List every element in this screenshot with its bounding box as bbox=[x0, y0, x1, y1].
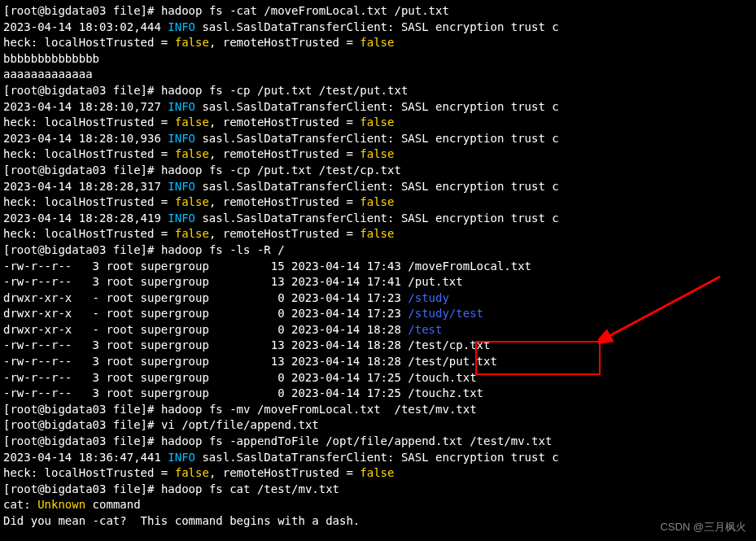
log-msg: sasl.SaslDataTransferClient: SASL encryp… bbox=[195, 20, 559, 33]
shell-prompt: [root@bigdata03 file]# bbox=[3, 84, 161, 97]
terminal-line: heck: localHostTrusted = false, remoteHo… bbox=[3, 194, 753, 211]
log-msg: sasl.SaslDataTransferClient: SASL encryp… bbox=[195, 100, 559, 113]
file-perms: -rw-r--r-- 3 root supergroup 0 2023-04-1… bbox=[3, 371, 408, 384]
output-line: aaaaaaaaaaaaa bbox=[3, 67, 753, 83]
false-value: false bbox=[175, 36, 209, 49]
log-msg: , remoteHostTrusted = bbox=[209, 116, 360, 129]
file-perms: -rw-r--r-- 3 root supergroup 13 2023-04-… bbox=[3, 355, 408, 368]
timestamp: 2023-04-14 18:28:10,727 bbox=[3, 100, 168, 113]
timestamp: 2023-04-14 18:28:28,419 bbox=[3, 212, 168, 225]
command-text: hadoop fs -cat /moveFromLocal.txt /put.t… bbox=[161, 4, 449, 17]
terminal-line: [root@bigdata03 file]# hadoop fs -cp /pu… bbox=[3, 163, 753, 179]
info-tag: INFO bbox=[168, 212, 195, 225]
log-msg: heck: localHostTrusted = bbox=[3, 227, 175, 240]
terminal-line: 2023-04-14 18:28:10,727 INFO sasl.SaslDa… bbox=[3, 99, 753, 116]
shell-prompt: [root@bigdata03 file]# bbox=[3, 434, 161, 447]
shell-prompt: [root@bigdata03 file]# bbox=[3, 243, 161, 256]
timestamp: 2023-04-14 18:28:10,936 bbox=[3, 132, 168, 145]
terminal-line: 2023-04-14 18:28:28,419 INFO sasl.SaslDa… bbox=[3, 211, 753, 227]
file-perms: drwxr-xr-x - root supergroup 0 2023-04-1… bbox=[3, 307, 408, 320]
ls-row: drwxr-xr-x - root supergroup 0 2023-04-1… bbox=[3, 306, 753, 322]
command-text: vi /opt/file/append.txt bbox=[161, 418, 319, 431]
shell-prompt: [root@bigdata03 file]# bbox=[3, 482, 161, 495]
ls-row: -rw-r--r-- 3 root supergroup 13 2023-04-… bbox=[3, 274, 753, 290]
file-path: /touch.txt bbox=[408, 371, 476, 384]
error-line: cat: Unknown command bbox=[3, 497, 753, 513]
output-text: bbbbbbbbbbbbbb bbox=[3, 52, 99, 65]
watermark: CSDN @三月枫火 bbox=[660, 520, 746, 534]
log-msg: , remoteHostTrusted = bbox=[209, 36, 360, 49]
output-text: aaaaaaaaaaaaa bbox=[3, 68, 93, 81]
ls-row: -rw-r--r-- 3 root supergroup 15 2023-04-… bbox=[3, 259, 753, 275]
false-value: false bbox=[360, 116, 394, 129]
file-path: /test/cp.txt bbox=[408, 338, 490, 351]
shell-prompt: [root@bigdata03 file]# bbox=[3, 418, 161, 431]
log-msg: sasl.SaslDataTransferClient: SASL encryp… bbox=[195, 180, 559, 193]
file-path: /put.txt bbox=[408, 275, 462, 288]
file-path: /test/put.txt bbox=[408, 355, 497, 368]
terminal-line: heck: localHostTrusted = false, remoteHo… bbox=[3, 115, 753, 131]
info-tag: INFO bbox=[168, 20, 195, 33]
shell-prompt: [root@bigdata03 file]# bbox=[3, 164, 161, 177]
terminal-line: heck: localHostTrusted = false, remoteHo… bbox=[3, 226, 753, 242]
false-value: false bbox=[360, 466, 394, 479]
command-text: hadoop fs -cp /put.txt /test/cp.txt bbox=[161, 164, 401, 177]
terminal-line: [root@bigdata03 file]# hadoop fs -append… bbox=[3, 434, 753, 450]
log-msg: sasl.SaslDataTransferClient: SASL encryp… bbox=[195, 451, 559, 464]
log-msg: , remoteHostTrusted = bbox=[209, 195, 360, 208]
terminal-line: 2023-04-14 18:36:47,441 INFO sasl.SaslDa… bbox=[3, 450, 753, 466]
terminal-line: 2023-04-14 18:28:10,936 INFO sasl.SaslDa… bbox=[3, 131, 753, 147]
terminal-line: [root@bigdata03 file]# vi /opt/file/appe… bbox=[3, 417, 753, 434]
timestamp: 2023-04-14 18:28:28,317 bbox=[3, 180, 168, 193]
error-word: Unknown bbox=[37, 498, 85, 511]
terminal-line: heck: localHostTrusted = false, remoteHo… bbox=[3, 35, 753, 51]
ls-row: drwxr-xr-x - root supergroup 0 2023-04-1… bbox=[3, 290, 753, 307]
false-value: false bbox=[175, 227, 209, 240]
file-perms: -rw-r--r-- 3 root supergroup 13 2023-04-… bbox=[3, 338, 408, 351]
command-text: hadoop fs -mv /moveFromLocal.txt /test/m… bbox=[161, 403, 477, 416]
terminal-line: 2023-04-14 18:03:02,444 INFO sasl.SaslDa… bbox=[3, 20, 753, 36]
file-path: /moveFromLocal.txt bbox=[408, 260, 531, 273]
ls-row: drwxr-xr-x - root supergroup 0 2023-04-1… bbox=[3, 322, 753, 338]
false-value: false bbox=[360, 147, 394, 160]
file-perms: -rw-r--r-- 3 root supergroup 0 2023-04-1… bbox=[3, 386, 408, 399]
hint-line: Did you mean -cat? This command begins w… bbox=[3, 513, 753, 530]
command-text: hadoop fs -appendToFile /opt/file/append… bbox=[161, 434, 552, 447]
command-text: hadoop fs -ls -R / bbox=[161, 243, 285, 256]
info-tag: INFO bbox=[168, 180, 195, 193]
error-prefix: cat: bbox=[3, 498, 37, 511]
log-msg: sasl.SaslDataTransferClient: SASL encryp… bbox=[195, 132, 559, 145]
false-value: false bbox=[360, 195, 394, 208]
terminal-line: [root@bigdata03 file]# hadoop fs -mv /mo… bbox=[3, 402, 753, 418]
terminal-line: heck: localHostTrusted = false, remoteHo… bbox=[3, 146, 753, 163]
false-value: false bbox=[175, 147, 209, 160]
command-text: hadoop fs -cp /put.txt /test/put.txt bbox=[161, 84, 408, 97]
command-text: hadoop fs cat /test/mv.txt bbox=[161, 482, 339, 495]
ls-row: -rw-r--r-- 3 root supergroup 13 2023-04-… bbox=[3, 354, 753, 370]
timestamp: 2023-04-14 18:36:47,441 bbox=[3, 451, 168, 464]
log-msg: heck: localHostTrusted = bbox=[3, 36, 175, 49]
log-msg: , remoteHostTrusted = bbox=[209, 466, 360, 479]
file-perms: -rw-r--r-- 3 root supergroup 13 2023-04-… bbox=[3, 275, 408, 288]
false-value: false bbox=[360, 227, 394, 240]
log-msg: heck: localHostTrusted = bbox=[3, 466, 175, 479]
log-msg: heck: localHostTrusted = bbox=[3, 116, 175, 129]
log-msg: heck: localHostTrusted = bbox=[3, 195, 175, 208]
terminal-line: [root@bigdata03 file]# hadoop fs cat /te… bbox=[3, 482, 753, 498]
terminal-line: [root@bigdata03 file]# hadoop fs -cp /pu… bbox=[3, 83, 753, 99]
dir-path: /study/test bbox=[408, 307, 483, 320]
info-tag: INFO bbox=[168, 100, 195, 113]
false-value: false bbox=[175, 195, 209, 208]
timestamp: 2023-04-14 18:03:02,444 bbox=[3, 20, 168, 33]
terminal-line: heck: localHostTrusted = false, remoteHo… bbox=[3, 465, 753, 482]
terminal-line: 2023-04-14 18:28:28,317 INFO sasl.SaslDa… bbox=[3, 179, 753, 195]
file-perms: -rw-r--r-- 3 root supergroup 15 2023-04-… bbox=[3, 260, 408, 273]
terminal-line: [root@bigdata03 file]# hadoop fs -ls -R … bbox=[3, 242, 753, 259]
error-suffix: command bbox=[85, 498, 140, 511]
ls-row: -rw-r--r-- 3 root supergroup 13 2023-04-… bbox=[3, 338, 753, 354]
ls-row: -rw-r--r-- 3 root supergroup 0 2023-04-1… bbox=[3, 386, 753, 402]
log-msg: heck: localHostTrusted = bbox=[3, 147, 175, 160]
file-perms: drwxr-xr-x - root supergroup 0 2023-04-1… bbox=[3, 291, 408, 304]
dir-path: /test bbox=[408, 323, 442, 336]
shell-prompt: [root@bigdata03 file]# bbox=[3, 403, 161, 416]
